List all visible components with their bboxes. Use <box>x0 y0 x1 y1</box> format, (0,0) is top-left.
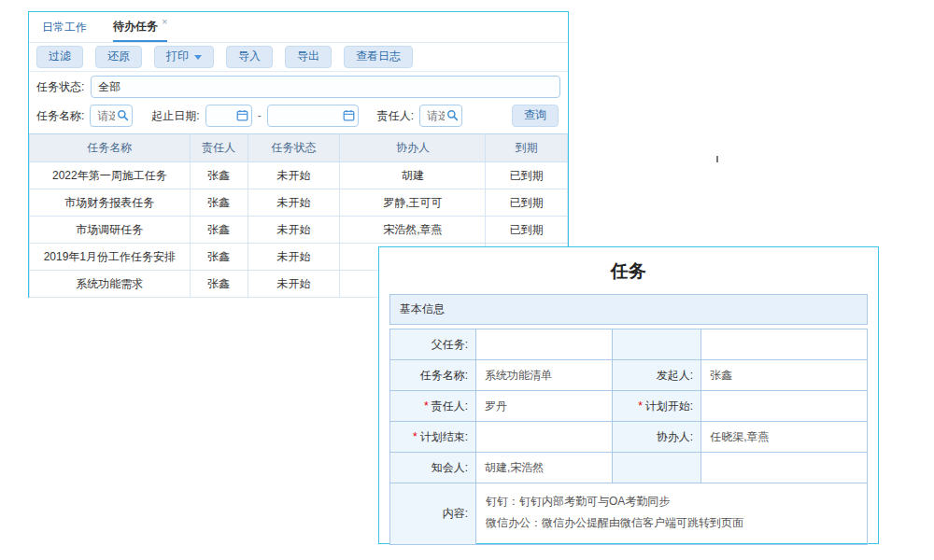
status-cell: 未开始 <box>248 271 339 298</box>
restore-button[interactable]: 还原 <box>95 46 142 68</box>
import-button[interactable]: 导入 <box>226 46 273 68</box>
content-line: 钉钉：钉钉内部考勤可与OA考勤同步 <box>486 493 857 511</box>
print-button[interactable]: 打印 <box>154 46 214 68</box>
form-row-notify: 知会人: 胡建,宋浩然 <box>390 453 868 483</box>
plan-start-label: *计划开始: <box>612 391 701 422</box>
search-icon[interactable] <box>117 109 129 121</box>
task-name-link[interactable]: 市场财务报表任务 <box>30 189 191 217</box>
task-detail-form: 父任务: 任务名称: 系统功能清单 发起人: 张鑫 *责任人: 罗丹 *计划开始… <box>389 329 868 545</box>
task-status-input[interactable] <box>91 76 560 98</box>
status-filter-row: 任务状态: <box>29 72 568 102</box>
initiator-value: 张鑫 <box>701 360 868 391</box>
parent-task-label: 父任务: <box>390 329 476 360</box>
calendar-icon[interactable] <box>236 109 248 121</box>
col-header-coworker: 协办人 <box>340 134 486 162</box>
form-row-task-name: 任务名称: 系统功能清单 发起人: 张鑫 <box>390 360 868 391</box>
page-title: 任务 <box>389 251 868 294</box>
task-name-link[interactable]: 系统功能需求 <box>30 271 191 298</box>
tab-label: 待办任务 <box>113 19 158 35</box>
due-cell: 已到期 <box>486 217 568 244</box>
plan-start-value <box>701 391 868 422</box>
table-header-row: 任务名称 责任人 任务状态 协办人 到期 <box>30 134 568 162</box>
task-name-link[interactable]: 市场调研任务 <box>30 217 191 244</box>
notify-value: 胡建,宋浩然 <box>475 453 612 483</box>
col-header-owner: 责任人 <box>190 134 248 162</box>
status-cell: 未开始 <box>248 217 339 244</box>
task-status-label: 任务状态: <box>36 79 84 95</box>
form-row-plan-end: *计划结束: 协办人: 任晓渠,章燕 <box>390 422 868 453</box>
plan-end-value <box>475 422 612 453</box>
task-name-label: 任务名称: <box>390 360 476 391</box>
export-button[interactable]: 导出 <box>285 46 332 68</box>
owner-link[interactable]: 张鑫 <box>190 162 248 189</box>
status-cell: 未开始 <box>248 162 339 189</box>
task-name-label: 任务名称: <box>36 108 84 124</box>
date-range-label: 起止日期: <box>151 108 199 124</box>
calendar-icon[interactable] <box>343 109 355 121</box>
status-cell: 未开始 <box>248 244 339 271</box>
content-line: 微信办公：微信办公提醒由微信客户端可跳转到页面 <box>486 514 857 532</box>
owner-value: 罗丹 <box>475 391 612 422</box>
empty-label <box>612 329 701 360</box>
plan-end-label: *计划结束: <box>390 422 476 453</box>
task-detail-window: 任务 基本信息 父任务: 任务名称: 系统功能清单 发起人: 张鑫 *责任人: <box>378 246 879 544</box>
task-name-link[interactable]: 2019年1月份工作任务安排 <box>30 244 191 271</box>
empty-label <box>612 453 701 483</box>
col-header-task-name: 任务名称 <box>30 134 191 162</box>
query-button[interactable]: 查询 <box>512 105 559 127</box>
tab-bar: 日常工作 待办任务 × <box>29 12 568 43</box>
section-header-basic-info: 基本信息 <box>389 294 868 325</box>
status-cell: 未开始 <box>248 189 339 217</box>
date-separator: - <box>258 109 262 122</box>
task-name-link[interactable]: 2022年第一周施工任务 <box>30 162 191 189</box>
coworker-cell: 胡建 <box>340 162 486 189</box>
dropdown-caret-icon <box>194 55 202 60</box>
tab-daily-work[interactable]: 日常工作 <box>42 12 87 42</box>
notify-label: 知会人: <box>390 453 476 483</box>
table-row: 市场调研任务 张鑫 未开始 宋浩然,章燕 已到期 <box>30 217 568 244</box>
due-cell: 已到期 <box>486 162 568 189</box>
owner-link[interactable]: 张鑫 <box>190 189 248 217</box>
initiator-label: 发起人: <box>612 360 701 391</box>
owner-link[interactable]: 张鑫 <box>190 244 248 271</box>
form-row-owner: *责任人: 罗丹 *计划开始: <box>390 391 868 422</box>
tab-label: 日常工作 <box>42 20 87 35</box>
search-filter-row: 任务名称: 起止日期: - <box>29 102 568 133</box>
coworker-label: 协办人: <box>612 422 701 453</box>
owner-link[interactable]: 张鑫 <box>190 217 248 244</box>
col-header-status: 任务状态 <box>248 134 339 162</box>
close-icon[interactable]: × <box>162 16 167 27</box>
content-label: 内容: <box>390 483 476 545</box>
table-row: 2022年第一周施工任务 张鑫 未开始 胡建 已到期 <box>30 162 568 189</box>
owner-label: *责任人: <box>390 391 476 422</box>
search-icon[interactable] <box>446 109 459 121</box>
view-log-button[interactable]: 查看日志 <box>344 46 413 68</box>
coworker-cell: 宋浩然,章燕 <box>340 217 486 244</box>
tab-todo-tasks[interactable]: 待办任务 × <box>113 12 167 42</box>
text-cursor-artifact <box>716 156 718 162</box>
required-mark: * <box>638 399 643 413</box>
table-row: 市场财务报表任务 张鑫 未开始 罗静,王可可 已到期 <box>30 189 568 217</box>
owner-link[interactable]: 张鑫 <box>190 271 248 298</box>
owner-label: 责任人: <box>377 108 414 124</box>
coworker-cell: 罗静,王可可 <box>340 189 486 217</box>
print-button-label: 打印 <box>166 49 189 64</box>
required-mark: * <box>413 430 417 443</box>
due-cell: 已到期 <box>486 189 568 217</box>
filter-button[interactable]: 过滤 <box>36 46 83 68</box>
col-header-due: 到期 <box>486 134 568 162</box>
task-name-value: 系统功能清单 <box>475 360 612 391</box>
coworker-value: 任晓渠,章燕 <box>701 422 868 453</box>
empty-value <box>701 453 868 483</box>
toolbar: 过滤 还原 打印 导入 导出 查看日志 <box>29 43 568 72</box>
parent-task-value <box>475 329 612 360</box>
empty-value <box>701 329 868 360</box>
form-row-content: 内容: 钉钉：钉钉内部考勤可与OA考勤同步 微信办公：微信办公提醒由微信客户端可… <box>390 483 868 545</box>
form-row-parent-task: 父任务: <box>390 329 868 360</box>
required-mark: * <box>424 399 429 413</box>
content-value: 钉钉：钉钉内部考勤可与OA考勤同步 微信办公：微信办公提醒由微信客户端可跳转到页… <box>475 483 867 545</box>
